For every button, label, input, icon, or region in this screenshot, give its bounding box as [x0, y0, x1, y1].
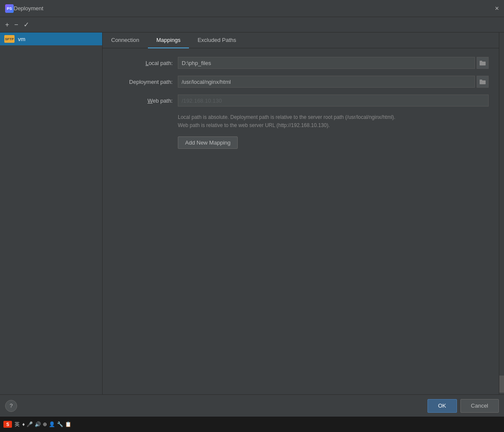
info-text: Local path is absolute. Deployment path …: [178, 113, 489, 130]
title-bar-controls: ×: [495, 5, 499, 12]
local-path-browse-button[interactable]: [477, 57, 489, 69]
taskbar-icons: ♦ 🎤 🔊 ⊕ 👤 🔧 📋: [22, 421, 71, 427]
bottom-left: ?: [5, 400, 17, 412]
taskbar-icon-6: 🔧: [57, 421, 63, 427]
deployment-path-browse-button[interactable]: [477, 76, 489, 88]
deployment-path-input-wrap: [178, 76, 489, 88]
main-content: SFTP vm Connection Mappings Excluded Pat…: [0, 33, 504, 394]
scrollbar-thumb[interactable]: [499, 376, 504, 393]
local-path-row: Local path:: [113, 57, 489, 69]
tab-connection[interactable]: Connection: [103, 33, 148, 48]
taskbar-icon-3: 🔊: [35, 421, 41, 427]
help-button[interactable]: ?: [5, 400, 17, 412]
add-mapping-button[interactable]: Add New Mapping: [178, 136, 238, 149]
svg-rect-0: [480, 62, 486, 65]
taskbar-icon-4: ⊕: [43, 421, 47, 427]
folder-icon: [480, 79, 486, 84]
sidebar-item-label: vm: [18, 36, 25, 42]
title-bar: PS Deployment ×: [0, 0, 504, 17]
deployment-path-label: Deployment path:: [113, 79, 173, 85]
tab-excluded-paths[interactable]: Excluded Paths: [189, 33, 245, 48]
app-icon: PS: [5, 4, 14, 13]
ok-button[interactable]: OK: [427, 399, 457, 413]
deployment-path-input[interactable]: [178, 76, 475, 88]
taskbar-icon-2: 🎤: [27, 421, 33, 427]
web-path-input-wrap: [178, 95, 489, 107]
right-panel: Connection Mappings Excluded Paths Local…: [103, 33, 499, 394]
local-path-input-wrap: [178, 57, 489, 69]
cancel-button[interactable]: Cancel: [460, 399, 499, 413]
tabs: Connection Mappings Excluded Paths: [103, 33, 499, 48]
taskbar-icon-5: 👤: [49, 421, 55, 427]
svg-rect-1: [480, 61, 482, 62]
web-path-row: Web path:: [113, 95, 489, 107]
svg-rect-3: [480, 80, 482, 81]
web-path-label: Web path:: [113, 98, 173, 104]
add-server-button[interactable]: +: [3, 20, 11, 30]
taskbar-lang-label: 英: [15, 421, 20, 428]
close-button[interactable]: ×: [495, 5, 499, 12]
sidebar: SFTP vm: [0, 33, 103, 394]
deployment-dialog: PS Deployment × + − ✓ SFTP vm Connection: [0, 0, 504, 432]
s-logo: S: [3, 421, 12, 428]
local-path-input[interactable]: [178, 57, 475, 69]
svg-rect-2: [480, 80, 486, 84]
remove-server-button[interactable]: −: [12, 20, 20, 30]
bottom-bar: ? OK Cancel: [0, 394, 504, 417]
toolbar: + − ✓: [0, 17, 504, 33]
taskbar-s-icon: S: [3, 421, 12, 428]
folder-icon: [480, 60, 486, 65]
sftp-icon: SFTP: [4, 35, 15, 43]
scrollbar[interactable]: [499, 33, 504, 394]
taskbar-eng: 英: [15, 421, 20, 428]
app-icon-text: PS: [7, 6, 12, 11]
deployment-path-row: Deployment path:: [113, 76, 489, 88]
taskbar-icon-7: 📋: [65, 421, 71, 427]
taskbar-icon-1: ♦: [22, 421, 25, 427]
title-bar-title: Deployment: [14, 5, 495, 12]
taskbar: S 英 ♦ 🎤 🔊 ⊕ 👤 🔧 📋: [0, 417, 504, 432]
tab-mappings[interactable]: Mappings: [148, 33, 189, 48]
local-path-label: Local path:: [113, 60, 173, 66]
sidebar-item-vm[interactable]: SFTP vm: [0, 33, 102, 45]
apply-button[interactable]: ✓: [22, 20, 31, 30]
form-area: Local path: D: [103, 48, 499, 394]
web-path-input[interactable]: [178, 95, 489, 107]
info-text-content: Local path is absolute. Deployment path …: [178, 114, 395, 128]
